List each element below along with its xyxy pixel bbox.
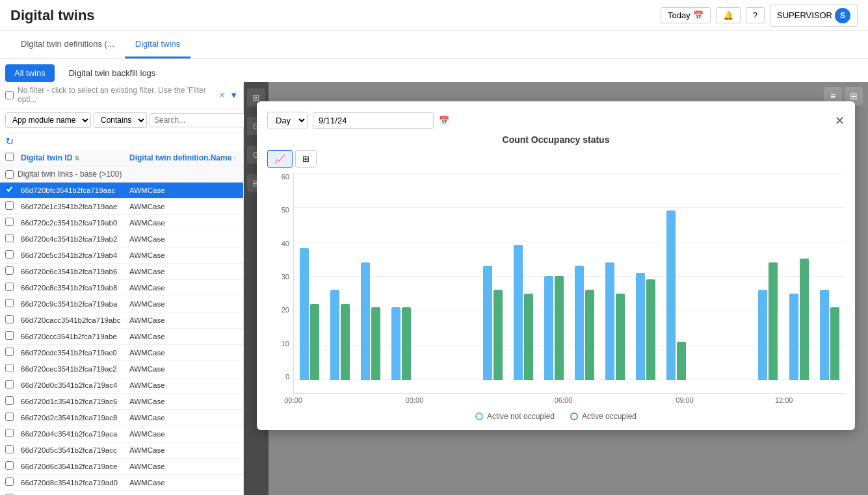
bar-green [555,276,564,380]
table-row[interactable]: 66d720c6c3541b2fca719ab6 AWMCase [0,264,243,280]
operator-dropdown[interactable]: Contains [94,112,147,128]
header-actions: Today 📅 🔔 ? SUPERVISOR S [661,5,858,27]
table-row[interactable]: 66d720c1c3541b2fca719aae AWMCase [0,199,243,215]
today-button[interactable]: Today 📅 [661,7,711,23]
search-input[interactable] [150,113,256,127]
row-checkbox[interactable] [5,477,14,486]
chart-view-table-button[interactable]: ⊞ [295,150,317,168]
row-checkbox[interactable] [5,250,14,259]
clear-filter-icon[interactable]: ✕ [218,90,226,100]
row-checkbox[interactable] [5,201,14,210]
cell-id: 66d720ccc3541b2fca719abe [21,333,129,340]
row-checkbox[interactable] [5,283,14,291]
row-checkbox[interactable] [5,218,14,226]
group-checkbox[interactable] [5,170,14,179]
table-row[interactable]: 66d720c9c3541b2fca719aba AWMCase [0,296,243,312]
cell-id: 66d720d4c3541b2fca719aca [21,430,129,438]
row-checkbox[interactable] [5,380,14,388]
row-checkbox[interactable] [5,234,14,242]
bar-group [386,307,416,380]
table-row[interactable]: 66d720d5c3541b2fca719acc AWMCase [0,442,243,459]
row-checkbox[interactable] [5,331,14,340]
col-def-header[interactable]: Digital twin definition.Name ↑ [129,153,238,162]
select-all-checkbox[interactable] [5,153,14,161]
calendar-date-icon[interactable]: 📅 [439,116,449,125]
filter-funnel-icon[interactable]: ▼ [230,90,238,100]
table-row[interactable]: 66d720d6c3541b2fca719ace AWMCase [0,459,243,475]
row-checkbox[interactable] [5,364,14,372]
cell-def: AWMCase [129,186,238,194]
table-row[interactable]: 66d720c8c3541b2fca719ab8 AWMCase [0,280,243,296]
table-row[interactable]: 66d720d4c3541b2fca719aca AWMCase [0,426,243,442]
chart-view-buttons: 📈 ⊞ [267,150,845,168]
tab-definitions[interactable]: Digital twin definitions (... [10,31,125,58]
cell-id: 66d720bfc3541b2fca719aac [21,186,129,194]
table-row[interactable]: 66d720ccc3541b2fca719abe AWMCase [0,329,243,345]
filter-checkbox[interactable] [5,91,14,99]
row-checkbox[interactable] [5,396,14,405]
tab-twins[interactable]: Digital twins [125,31,191,58]
cell-def: AWMCase [129,284,238,292]
row-checkbox[interactable] [5,461,14,470]
field-dropdown[interactable]: App module name [5,112,91,128]
table-row[interactable]: 66d720c5c3541b2fca719ab4 AWMCase [0,247,243,264]
row-checkbox[interactable] [5,348,14,356]
row-checkbox[interactable] [5,185,14,194]
help-button[interactable]: ? [746,7,765,23]
cell-def: AWMCase [129,463,238,470]
table-row[interactable]: 66d720cec3541b2fca719ac2 AWMCase [0,361,243,377]
table-row[interactable]: 66d720d0c3541b2fca719ac4 AWMCase [0,377,243,394]
row-checkbox[interactable] [5,429,14,437]
main-tabs: Digital twin definitions (... Digital tw… [0,31,868,59]
period-dropdown[interactable]: Day [267,112,308,129]
col-id-header[interactable]: Digital twin ID ⇅ [21,153,129,162]
sub-tab-backfill[interactable]: Digital twin backfill logs [60,64,165,82]
x-label: 12:00 [775,396,793,404]
cell-id: 66d720c8c3541b2fca719ab8 [21,284,129,292]
bar-green [310,304,319,380]
bar-group [631,273,661,380]
refresh-row: ↻ [0,133,243,150]
table-row[interactable]: 66d720bfc3541b2fca719aac AWMCase [0,183,243,199]
table-row[interactable]: 66d720d8c3541b2fca719ad0 AWMCase [0,475,243,491]
chart-view-chart-button[interactable]: 📈 [267,150,293,168]
date-input[interactable] [313,112,434,129]
sort-def-icon: ↑ [233,155,237,162]
table-row[interactable]: 66d720cdc3541b2fca719ac0 AWMCase [0,345,243,361]
y-label-0: 0 [285,373,289,381]
right-panel: ⊞ ⊙ ⊙ ⊞ ≡ ⊞ Day 📅 ✕ Count Occupancy [244,82,868,495]
table-row[interactable]: 66d720c2c3541b2fca719ab0 AWMCase [0,215,243,231]
user-menu-button[interactable]: SUPERVISOR S [770,5,858,27]
table-row[interactable]: 66d720d2c3541b2fca719ac8 AWMCase [0,410,243,426]
row-checkbox[interactable] [5,266,14,275]
legend-blue: Active not occupied [475,412,555,421]
group-row[interactable]: Digital twin links - base (>100) [0,166,243,183]
y-label-30: 30 [282,273,289,281]
left-panel: No filter - click to select an existing … [0,82,244,495]
chart-area: 60 50 40 30 20 10 0 [267,173,845,394]
bar-green [769,262,778,380]
bar-group [753,262,783,380]
bar-group [600,262,631,380]
sub-tab-all-twins[interactable]: All twins [5,64,55,82]
y-label-50: 50 [282,206,289,214]
refresh-button[interactable]: ↻ [5,135,14,147]
x-label: 03:00 [406,396,424,404]
chart-title: Count Occupancy status [267,134,845,145]
notifications-button[interactable]: 🔔 [716,7,741,23]
close-chart-button[interactable]: ✕ [835,114,845,128]
table-row[interactable]: 66d720cacc3541b2fca719abc AWMCase [0,312,243,329]
row-checkbox[interactable] [5,299,14,307]
row-checkbox[interactable] [5,315,14,324]
bar-green [677,342,686,380]
data-rows: 66d720bfc3541b2fca719aac AWMCase 66d720c… [0,183,243,495]
row-checkbox[interactable] [5,445,14,453]
cell-id: 66d720c5c3541b2fca719ab4 [21,251,129,259]
filter-text: No filter - click to select an existing … [18,86,215,104]
table-row[interactable]: 66d720d9c3541b2fca719ad2 AWMCase [0,491,243,495]
row-checkbox[interactable] [5,412,14,421]
bar-blue [636,273,645,380]
calendar-icon: 📅 [693,10,704,20]
table-row[interactable]: 66d720c4c3541b2fca719ab2 AWMCase [0,231,243,247]
table-row[interactable]: 66d720d1c3541b2fca719ac6 AWMCase [0,394,243,410]
